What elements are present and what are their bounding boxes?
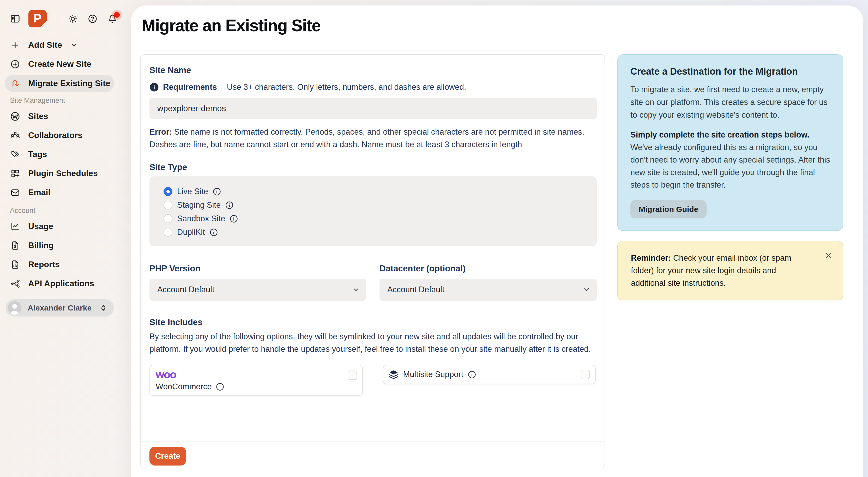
radio-live-site[interactable]: [163, 187, 173, 196]
woocommerce-logo: woo: [156, 369, 356, 380]
sidebar-item-billing[interactable]: Billing: [0, 236, 131, 255]
migration-card-bold: Simply complete the site creation steps …: [630, 130, 809, 139]
radio-row-sandbox-site[interactable]: Sandbox Site: [163, 212, 597, 226]
sidebar-item-label: Email: [28, 188, 50, 197]
radio-label[interactable]: Sandbox Site: [177, 214, 225, 223]
panel-left-icon: [10, 14, 20, 24]
reminder-banner: Reminder: Check your email inbox (or spa…: [617, 241, 843, 300]
migration-info-card: Create a Destination for the Migration T…: [617, 54, 843, 231]
radio-sandbox-site[interactable]: [163, 214, 173, 223]
radio-label[interactable]: Staging Site: [177, 200, 221, 210]
woocommerce-label: WooCommerce: [156, 382, 212, 391]
help-button[interactable]: [87, 13, 98, 24]
sun-icon: [68, 14, 78, 24]
user-name: Alexander Clarke: [28, 303, 93, 312]
radio-row-live-site[interactable]: Live Site: [163, 185, 597, 198]
layers-icon: [389, 369, 399, 379]
report-file-icon: [10, 259, 20, 270]
site-includes-heading: Site Includes: [150, 317, 596, 327]
datacenter-field: Datacenter (optional) Account Default: [379, 264, 597, 301]
right-column: Create a Destination for the Migration T…: [617, 54, 843, 300]
error-label: Error:: [150, 127, 172, 137]
sidebar-item-plugin-schedules[interactable]: Plugin Schedules: [0, 164, 131, 183]
avatar: [8, 301, 21, 315]
chevrons-up-down-icon: [99, 304, 107, 312]
radio-row-duplikit[interactable]: DupliKit: [163, 226, 597, 239]
radio-row-staging-site[interactable]: Staging Site: [163, 198, 597, 212]
info-icon[interactable]: [230, 215, 238, 223]
multisite-checkbox[interactable]: [581, 370, 590, 379]
datacenter-value: Account Default: [387, 285, 444, 294]
sidebar-item-label: Reports: [28, 260, 60, 269]
mail-icon: [10, 187, 20, 198]
php-version-value: Account Default: [157, 285, 214, 294]
migration-card-paragraph-2: Simply complete the site creation steps …: [630, 129, 830, 191]
radio-label[interactable]: Live Site: [177, 187, 208, 196]
wordpress-icon: [10, 111, 20, 122]
datacenter-select[interactable]: Account Default: [379, 279, 597, 301]
radio-staging-site[interactable]: [163, 201, 173, 210]
sidebar-item-sites[interactable]: Sites: [0, 107, 131, 126]
requirements-label: Requirements: [163, 83, 217, 92]
help-circle-icon: [88, 14, 97, 24]
main-content: Migrate an Existing Site Site Name Requi…: [131, 5, 863, 477]
notifications-button[interactable]: [107, 13, 118, 24]
create-new-site-button[interactable]: Create New Site: [0, 55, 131, 73]
sidebar-item-collaborators[interactable]: Collaborators: [0, 126, 131, 145]
info-icon[interactable]: [216, 383, 224, 391]
site-name-error: Error: Site name is not formatted correc…: [150, 126, 588, 151]
sidebar-item-label: Usage: [28, 221, 53, 231]
info-icon[interactable]: [225, 201, 234, 209]
multisite-option-card: Multisite Support: [383, 365, 596, 384]
user-menu[interactable]: Alexander Clarke: [6, 299, 114, 317]
form-footer: Create: [141, 441, 604, 471]
sidebar-item-api-applications[interactable]: API Applications: [0, 274, 131, 293]
sidebar: P: [0, 0, 131, 477]
section-label-site-management: Site Management: [10, 96, 131, 105]
multisite-label: Multisite Support: [403, 370, 463, 379]
u-turn-arrow-icon: [10, 78, 20, 88]
woocommerce-option-card: woo WooCommerce: [150, 365, 363, 395]
migration-card-title: Create a Destination for the Migration: [630, 66, 830, 77]
create-button[interactable]: Create: [150, 447, 186, 466]
users-icon: [10, 130, 20, 141]
sidebar-header: P: [0, 9, 131, 28]
info-icon[interactable]: [213, 188, 221, 196]
circle-plus-icon: [10, 59, 20, 69]
site-name-input[interactable]: [150, 98, 597, 119]
sidebar-item-usage[interactable]: Usage: [0, 217, 131, 236]
sidebar-item-label: Tags: [28, 150, 47, 159]
sidebar-toggle-button[interactable]: [10, 13, 20, 24]
chevron-down-icon: [583, 286, 590, 294]
info-icon[interactable]: [210, 228, 218, 236]
reminder-close-button[interactable]: [824, 250, 834, 261]
migration-guide-button[interactable]: Migration Guide: [630, 200, 707, 218]
site-creation-form: Site Name Requirements Use 3+ characters…: [140, 54, 605, 468]
reminder-bold: Reminder:: [631, 254, 671, 263]
notification-badge: [114, 12, 120, 18]
radio-duplikit[interactable]: [163, 228, 173, 237]
migrate-existing-site-button[interactable]: Migrate Existing Site: [5, 74, 114, 92]
brand-letter: P: [28, 10, 47, 28]
sidebar-item-tags[interactable]: Tags: [0, 145, 131, 164]
info-icon[interactable]: [468, 370, 476, 379]
theme-toggle-button[interactable]: [67, 13, 78, 24]
php-version-heading: PHP Version: [150, 264, 366, 273]
plus-icon: [10, 40, 20, 50]
php-version-select[interactable]: Account Default: [150, 279, 366, 301]
migrate-existing-site-label: Migrate Existing Site: [28, 79, 110, 88]
migration-card-paragraph-1: To migrate a site, we first need to crea…: [630, 83, 830, 121]
brand-logo[interactable]: P: [28, 10, 47, 28]
radio-label[interactable]: DupliKit: [177, 228, 205, 237]
woocommerce-checkbox[interactable]: [348, 370, 357, 380]
add-site-button[interactable]: Add Site: [0, 35, 131, 55]
tags-icon: [10, 149, 20, 160]
create-new-site-label: Create New Site: [28, 59, 91, 69]
network-nodes-icon: [10, 278, 20, 289]
sidebar-item-email[interactable]: Email: [0, 183, 131, 202]
sidebar-item-reports[interactable]: Reports: [0, 255, 131, 274]
requirements-hint: Use 3+ characters. Only letters, numbers…: [227, 83, 466, 92]
sidebar-item-label: Billing: [28, 241, 54, 250]
sidebar-item-label: Collaborators: [28, 130, 83, 140]
site-type-heading: Site Type: [150, 162, 596, 172]
